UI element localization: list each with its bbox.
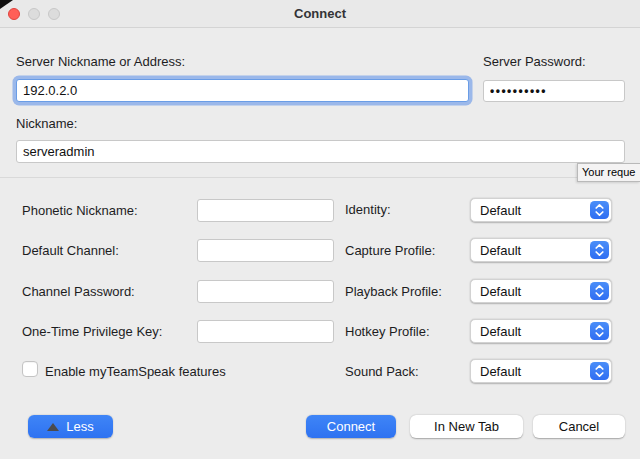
hotkey-profile-select-value: Default — [480, 324, 521, 339]
myteamspeak-checkbox[interactable] — [22, 361, 38, 377]
privilege-key-label: One-Time Privilege Key: — [22, 324, 162, 339]
connect-button-label: Connect — [327, 419, 375, 434]
capture-profile-select[interactable]: Default — [470, 238, 612, 262]
connect-button[interactable]: Connect — [306, 415, 396, 438]
popup-stepper-icon — [590, 241, 609, 259]
privilege-key-input[interactable] — [197, 320, 334, 343]
popup-stepper-icon — [590, 282, 609, 300]
window-title: Connect — [0, 6, 640, 21]
tooltip: Your reque — [577, 163, 640, 182]
in-new-tab-button-label: In New Tab — [434, 419, 499, 434]
hotkey-profile-select[interactable]: Default — [470, 319, 612, 343]
less-button-label: Less — [66, 419, 93, 434]
myteamspeak-checkbox-label: Enable myTeamSpeak features — [45, 364, 226, 379]
popup-stepper-icon — [590, 362, 609, 380]
capture-profile-select-value: Default — [480, 243, 521, 258]
nickname-input[interactable] — [16, 140, 625, 163]
connect-dialog: Connect Server Nickname or Address: Serv… — [0, 0, 640, 459]
title-bar[interactable]: Connect — [0, 0, 640, 28]
channel-password-label: Channel Password: — [22, 284, 135, 299]
default-channel-label: Default Channel: — [22, 243, 119, 258]
popup-stepper-icon — [590, 201, 609, 219]
capture-profile-label: Capture Profile: — [345, 243, 435, 258]
section-divider — [0, 177, 640, 178]
phonetic-nickname-input[interactable] — [197, 199, 334, 222]
collapse-arrow-icon — [47, 423, 59, 431]
hotkey-profile-label: Hotkey Profile: — [345, 324, 430, 339]
server-address-input[interactable] — [16, 79, 469, 102]
sound-pack-select[interactable]: Default — [470, 359, 612, 383]
sound-pack-select-value: Default — [480, 364, 521, 379]
playback-profile-label: Playback Profile: — [345, 284, 442, 299]
cancel-button[interactable]: Cancel — [533, 415, 625, 438]
nickname-label: Nickname: — [16, 116, 77, 131]
less-button[interactable]: Less — [28, 415, 113, 438]
playback-profile-select[interactable]: Default — [470, 279, 612, 303]
cancel-button-label: Cancel — [559, 419, 599, 434]
sound-pack-label: Sound Pack: — [345, 364, 419, 379]
identity-label: Identity: — [345, 202, 391, 217]
server-password-input[interactable] — [483, 80, 625, 102]
channel-password-input[interactable] — [197, 280, 334, 303]
server-address-label: Server Nickname or Address: — [16, 54, 185, 69]
phonetic-nickname-label: Phonetic Nickname: — [22, 203, 138, 218]
identity-select-value: Default — [480, 203, 521, 218]
default-channel-input[interactable] — [197, 239, 334, 262]
in-new-tab-button[interactable]: In New Tab — [410, 415, 523, 438]
server-password-label: Server Password: — [483, 54, 586, 69]
playback-profile-select-value: Default — [480, 284, 521, 299]
identity-select[interactable]: Default — [470, 198, 612, 222]
popup-stepper-icon — [590, 322, 609, 340]
